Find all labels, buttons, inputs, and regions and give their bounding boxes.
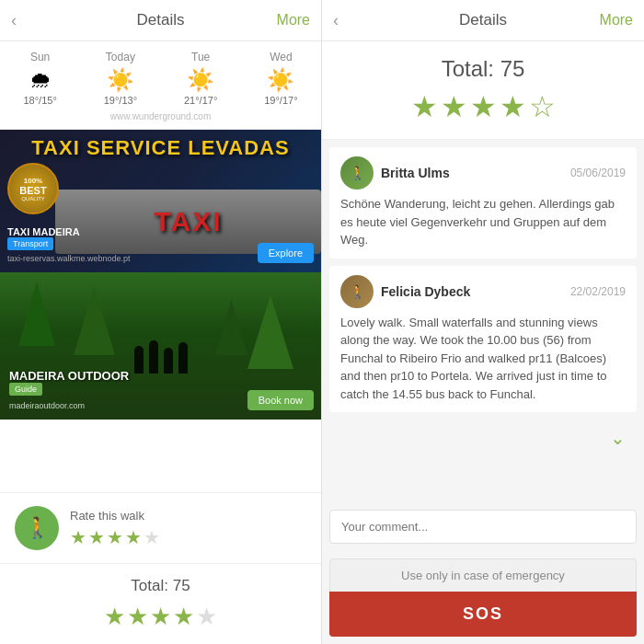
weather-day-sun: Sun 🌧 18°/15° <box>0 51 80 106</box>
review-header-1: 🚶 Britta Ulms 05/06/2019 <box>340 156 626 190</box>
reviewer-name-2: Felicia Dybeck <box>381 284 470 299</box>
taxi-ad-url: taxi-reservas.walkme.webnode.pt <box>7 254 131 263</box>
sos-button[interactable]: SOS <box>329 592 637 637</box>
taxi-ad-title: TAXI SERVICE LEVADAS <box>0 137 321 159</box>
review-text-2: Lovely walk. Small waterfalls and stunni… <box>340 314 626 404</box>
reviews-section: 🚶 Britta Ulms 05/06/2019 Schöne Wanderun… <box>322 140 644 502</box>
reviewer-name-1: Britta Ulms <box>381 166 450 180</box>
right-header: ‹ Details More <box>322 0 644 41</box>
weather-days: Sun 🌧 18°/15° Today ☀️ 19°/13° Tue ☀️ 21… <box>0 51 321 106</box>
best-badge: 100% BEST QUALITY <box>7 163 59 214</box>
day-label-sun: Sun <box>30 51 50 63</box>
avatar-img-2: 🚶 <box>340 275 374 308</box>
left-total-section: Total: 75 ★ ★ ★ ★ ★ <box>0 563 321 644</box>
weather-temp-tue: 21°/17° <box>184 95 217 106</box>
right-total-star-2: ★ <box>441 89 467 124</box>
weather-temp-sun: 18°/15° <box>23 95 56 106</box>
hiker-icon: 🚶 <box>25 516 50 540</box>
left-panel: ‹ Details More Sun 🌧 18°/15° Today ☀️ 19… <box>0 0 322 644</box>
left-total-stars: ★ ★ ★ ★ ★ <box>15 603 306 631</box>
total-star-3: ★ <box>150 603 171 631</box>
left-more-button[interactable]: More <box>277 12 310 29</box>
weather-day-today: Today ☀️ 19°/13° <box>80 51 160 106</box>
right-total-star-1: ★ <box>411 89 438 124</box>
transport-tag: Transport <box>7 237 53 250</box>
book-now-button[interactable]: Book now <box>247 390 314 410</box>
review-date-1: 05/06/2019 <box>570 167 626 179</box>
review-card-1: 🚶 Britta Ulms 05/06/2019 Schöne Wanderun… <box>329 147 637 259</box>
weather-icon-wed: ☀️ <box>267 67 294 93</box>
review-header-2: 🚶 Felicia Dybeck 22/02/2019 <box>340 275 626 308</box>
rating-star-4[interactable]: ★ <box>125 526 142 548</box>
day-label-tue: Tue <box>191 51 210 63</box>
emergency-section: Use only in case of emergency SOS <box>322 558 644 644</box>
right-back-button[interactable]: ‹ <box>333 11 339 30</box>
right-total-label: Total: 75 <box>337 56 629 82</box>
rating-star-5[interactable]: ★ <box>144 526 160 548</box>
review-text-1: Schöne Wanderung, leicht zu gehen. Aller… <box>340 195 626 249</box>
right-total-star-5: ☆ <box>529 89 556 124</box>
right-total-stars: ★ ★ ★ ★ ☆ <box>337 89 629 124</box>
review-card-2: 🚶 Felicia Dybeck 22/02/2019 Lovely walk.… <box>329 266 637 413</box>
rate-label: Rate this walk <box>70 509 160 523</box>
total-star-4: ★ <box>173 603 194 631</box>
best-pct: 100% <box>24 177 42 185</box>
outdoor-ad-banner[interactable]: MADEIRA OUTDOOR Guide madeiraoutdoor.com… <box>0 272 321 420</box>
outdoor-ad-name: MADEIRA OUTDOOR <box>9 369 129 383</box>
weather-section: Sun 🌧 18°/15° Today ☀️ 19°/13° Tue ☀️ 21… <box>0 41 321 130</box>
hiker-avatar: 🚶 <box>15 506 59 550</box>
total-star-5: ★ <box>196 603 217 631</box>
emergency-label: Use only in case of emergency <box>329 558 637 592</box>
guide-tag: Guide <box>9 383 42 396</box>
weather-icon-tue: ☀️ <box>187 67 214 93</box>
left-total-label: Total: 75 <box>15 577 306 595</box>
weather-temp-wed: 19°/17° <box>264 95 297 106</box>
right-panel: ‹ Details More Total: 75 ★ ★ ★ ★ ☆ 🚶 Bri… <box>322 0 644 644</box>
right-total-star-4: ★ <box>500 89 526 124</box>
reviewer-avatar-2: 🚶 <box>340 275 374 308</box>
left-header: ‹ Details More <box>0 0 321 41</box>
left-back-button[interactable]: ‹ <box>11 11 17 30</box>
weather-icon-today: ☀️ <box>107 67 134 93</box>
explore-button[interactable]: Explore <box>258 243 314 263</box>
weather-day-wed: Wed ☀️ 19°/17° <box>241 51 321 106</box>
total-star-1: ★ <box>104 603 125 631</box>
taxi-ad-banner[interactable]: TAXI 100% BEST QUALITY TAXI SERVICE LEVA… <box>0 130 321 272</box>
weather-day-tue: Tue ☀️ 21°/17° <box>161 51 241 106</box>
rating-stars[interactable]: ★ ★ ★ ★ ★ <box>70 526 160 548</box>
quality-label: QUALITY <box>21 196 45 201</box>
rating-star-2[interactable]: ★ <box>88 526 105 548</box>
right-total-star-3: ★ <box>470 89 497 124</box>
day-label-today: Today <box>106 51 135 63</box>
rating-star-1[interactable]: ★ <box>70 526 86 548</box>
best-label: BEST <box>19 185 46 196</box>
rating-right: Rate this walk ★ ★ ★ ★ ★ <box>70 509 160 548</box>
right-more-button[interactable]: More <box>600 12 633 29</box>
outdoor-ad-url: madeiraoutdoor.com <box>9 401 85 410</box>
reviewer-avatar-1: 🚶 <box>340 156 374 190</box>
day-label-wed: Wed <box>270 51 292 63</box>
weather-temp-today: 19°/13° <box>104 95 137 106</box>
review-date-2: 22/02/2019 <box>570 285 626 298</box>
weather-source: www.wunderground.com <box>0 111 321 121</box>
comment-section <box>322 502 644 558</box>
avatar-img-1: 🚶 <box>340 156 374 190</box>
left-header-title: Details <box>137 11 185 29</box>
rating-section: 🚶 Rate this walk ★ ★ ★ ★ ★ <box>0 492 321 563</box>
right-total-section: Total: 75 ★ ★ ★ ★ ☆ <box>322 41 644 140</box>
chevron-down-icon[interactable]: ⌄ <box>329 420 637 456</box>
rating-star-3[interactable]: ★ <box>107 526 123 548</box>
right-header-title: Details <box>459 11 507 29</box>
taxi-ad-name: TAXI MADEIRA <box>7 226 80 237</box>
ads-section: TAXI 100% BEST QUALITY TAXI SERVICE LEVA… <box>0 130 321 492</box>
weather-icon-sun: 🌧 <box>29 67 52 93</box>
total-star-2: ★ <box>127 603 148 631</box>
comment-input[interactable] <box>329 510 637 544</box>
